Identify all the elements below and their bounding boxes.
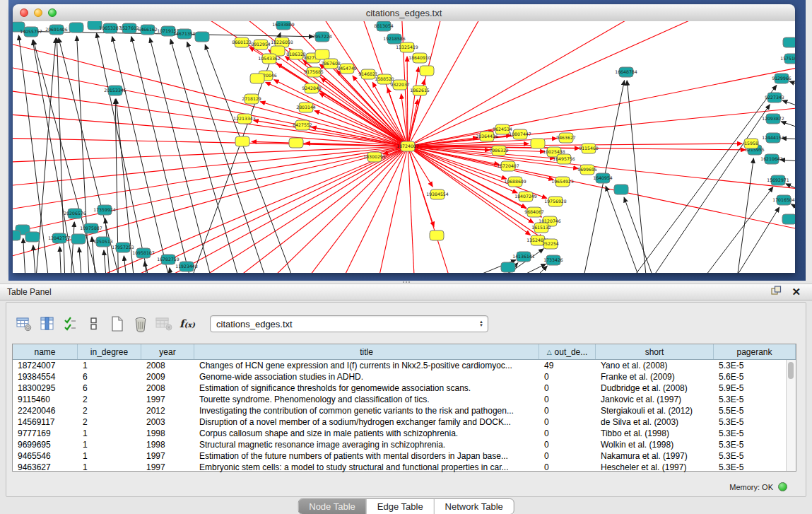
network-node[interactable]: 20364436 xyxy=(476,132,498,141)
column-header-in-degree[interactable]: in_degree xyxy=(78,344,141,359)
table-row[interactable]: 2242004622012Investigating the contribut… xyxy=(13,405,796,416)
table-row[interactable]: 911546021997Tourette syndrome. Phenomeno… xyxy=(13,394,796,405)
network-node[interactable] xyxy=(782,214,795,224)
network-node[interactable]: 10688609 xyxy=(504,177,526,187)
select-column-button[interactable] xyxy=(38,315,57,333)
close-panel-icon[interactable]: ✕ xyxy=(792,287,801,297)
network-node[interactable]: 17359924 xyxy=(93,205,116,215)
network-node[interactable] xyxy=(195,32,209,42)
network-node[interactable]: 1615132 xyxy=(531,223,551,233)
network-node[interactable]: 17016504 xyxy=(772,195,795,205)
network-node[interactable] xyxy=(315,49,329,59)
network-node[interactable]: 16033809 xyxy=(272,21,295,30)
network-node[interactable]: 1733426 xyxy=(543,255,563,265)
network-node[interactable]: 10807447 xyxy=(509,129,531,139)
network-node[interactable] xyxy=(501,262,515,272)
network-node[interactable]: 19756928 xyxy=(544,197,567,206)
column-header-short[interactable]: short xyxy=(596,344,714,359)
network-node[interactable] xyxy=(71,234,86,244)
network-node[interactable]: 7986322 xyxy=(489,146,509,156)
network-node[interactable]: 15751074 xyxy=(780,54,795,64)
network-window-titlebar[interactable]: citations_edges.txt xyxy=(13,4,795,22)
column-header-out-de-[interactable]: △out_de... xyxy=(539,344,596,359)
scrollbar-thumb[interactable] xyxy=(788,362,794,379)
minimize-window-button[interactable] xyxy=(34,8,42,17)
network-node[interactable]: 19654923 xyxy=(551,177,574,187)
network-node[interactable]: 8427552 xyxy=(293,120,312,130)
table-row[interactable]: 969969511998Structural magnetic resonanc… xyxy=(13,439,796,450)
network-node[interactable] xyxy=(531,139,545,148)
network-node[interactable]: 8912954 xyxy=(251,40,271,49)
network-node[interactable]: 12444154 xyxy=(762,133,784,143)
network-node[interactable]: 18640910 xyxy=(408,53,431,63)
network-node[interactable]: 252254 xyxy=(542,239,559,249)
function-builder-button[interactable]: f(x) xyxy=(178,315,196,333)
table-row[interactable]: 946362711997Embryonic stem cells: a mode… xyxy=(13,462,796,473)
network-canvas[interactable]: 1872400714055757206914061065328715276026… xyxy=(13,21,795,273)
network-node[interactable]: 7957224 xyxy=(312,32,332,42)
network-node[interactable] xyxy=(289,138,303,148)
table-row[interactable]: 977716911998Corpus callosum shape and si… xyxy=(13,428,796,439)
network-node[interactable]: 2803144 xyxy=(296,103,316,112)
tab-network-table[interactable]: Network Table xyxy=(435,499,514,514)
network-node[interactable] xyxy=(25,232,40,242)
tab-edge-table[interactable]: Edge Table xyxy=(367,499,435,514)
table-row[interactable]: 1456911722003Disruption of a novel membe… xyxy=(13,416,796,428)
network-node[interactable] xyxy=(13,230,20,240)
column-header-pagerank[interactable]: pagerank xyxy=(714,344,796,359)
table-vertical-scrollbar[interactable] xyxy=(786,360,796,471)
tab-node-table[interactable]: Node Table xyxy=(298,499,367,514)
network-node[interactable]: 9322037 xyxy=(390,80,410,90)
table-row[interactable]: 1830029562008Estimation of significance … xyxy=(13,382,796,394)
zoom-window-button[interactable] xyxy=(48,8,57,17)
network-node[interactable] xyxy=(235,136,249,146)
table-settings-button[interactable] xyxy=(15,315,33,333)
network-node[interactable]: 8660123 xyxy=(232,37,252,47)
network-node[interactable]: 16782759 xyxy=(157,255,180,264)
network-node[interactable]: 9242848 xyxy=(302,83,322,93)
network-node[interactable]: 9684067 xyxy=(524,207,544,217)
column-header-year[interactable]: year xyxy=(141,344,194,359)
table-row[interactable]: 1938455462009Genome-wide association stu… xyxy=(13,371,796,382)
network-node[interactable]: 20691406 xyxy=(45,25,68,35)
table-row[interactable]: 946554611997Estimation of the future num… xyxy=(13,450,796,462)
table-selector-dropdown[interactable]: citations_edges.txt ▲▼ xyxy=(210,315,488,332)
network-node[interactable]: 9129966 xyxy=(772,74,792,83)
network-node[interactable]: 19384554 xyxy=(426,189,449,199)
network-node[interactable]: 16210643 xyxy=(760,154,783,164)
network-node[interactable]: 1250513 xyxy=(93,237,113,247)
table-row[interactable]: 1872400712008Changes of HCN gene express… xyxy=(13,360,796,371)
network-node[interactable]: 9175685 xyxy=(304,67,324,77)
network-node[interactable]: 6466162 xyxy=(138,25,158,35)
network-node[interactable]: 16648784 xyxy=(615,67,637,77)
row-options-button[interactable] xyxy=(85,315,103,333)
network-node[interactable]: 15958 xyxy=(744,139,758,148)
network-node[interactable]: 1527602 xyxy=(119,23,139,33)
network-node[interactable] xyxy=(430,230,444,240)
new-document-button[interactable] xyxy=(108,315,126,333)
float-panel-icon[interactable] xyxy=(771,286,782,298)
network-node[interactable]: 10653287 xyxy=(99,23,122,33)
network-node[interactable] xyxy=(420,66,434,76)
network-node[interactable]: 1640954 xyxy=(593,173,613,183)
delete-table-button-disabled[interactable] xyxy=(155,315,173,333)
network-node[interactable]: 1862615 xyxy=(410,86,430,95)
network-node[interactable]: 9699695 xyxy=(577,165,597,175)
network-node[interactable]: 8813054 xyxy=(374,21,394,31)
network-node[interactable] xyxy=(250,74,264,83)
delete-trash-button[interactable] xyxy=(131,315,150,333)
column-header-name[interactable]: name xyxy=(13,344,78,359)
network-node[interactable] xyxy=(783,37,795,47)
close-window-button[interactable] xyxy=(20,8,28,17)
select-all-check-button[interactable] xyxy=(61,315,80,333)
network-node[interactable]: 12093872 xyxy=(762,114,784,124)
network-node[interactable]: 9115460 xyxy=(579,144,599,153)
network-node[interactable]: 9227343 xyxy=(765,93,784,103)
network-node[interactable] xyxy=(614,185,628,194)
column-header-title[interactable]: title xyxy=(194,344,539,359)
network-node[interactable]: 9463627 xyxy=(556,133,576,143)
network-node[interactable]: 10958107 xyxy=(132,248,155,258)
network-node[interactable]: 2718129 xyxy=(242,94,261,104)
network-node[interactable]: 8454749 xyxy=(337,64,357,74)
network-node[interactable] xyxy=(69,23,83,33)
